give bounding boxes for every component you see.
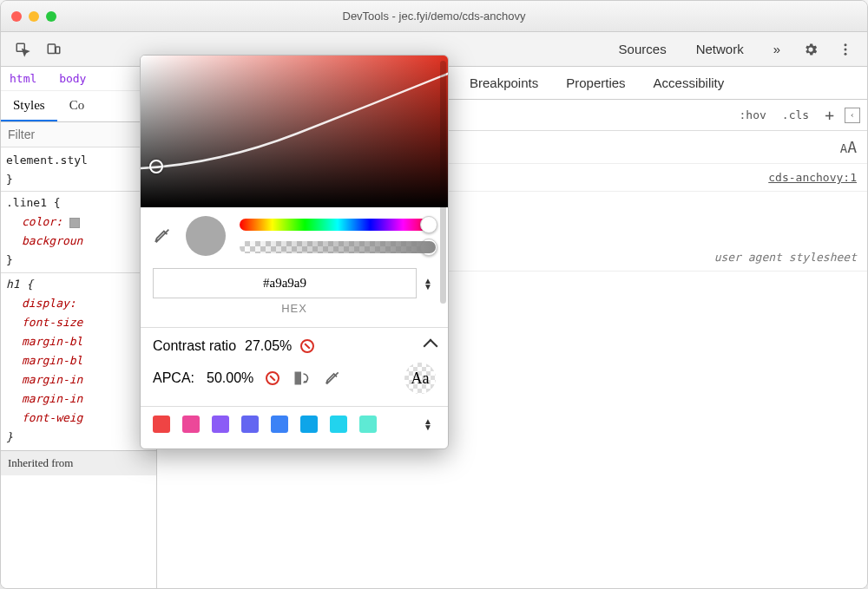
- svg-point-4: [845, 48, 847, 50]
- device-toolbar-icon[interactable]: [41, 36, 67, 62]
- saturation-cursor[interactable]: [149, 160, 163, 173]
- close-window-button[interactable]: [11, 11, 22, 22]
- palette-swatch[interactable]: [241, 416, 259, 433]
- subtab-computed-partial[interactable]: Co: [57, 91, 97, 121]
- apca-value: 50.00%: [207, 370, 253, 386]
- contrast-label: Contrast ratio: [153, 338, 236, 354]
- kebab-menu-icon[interactable]: [832, 36, 858, 62]
- maximize-window-button[interactable]: [46, 11, 56, 22]
- tab-properties[interactable]: Properties: [552, 67, 639, 99]
- chevron-up-icon[interactable]: [424, 339, 438, 354]
- tabs-overflow[interactable]: »: [761, 35, 792, 63]
- crumb-body[interactable]: body: [59, 72, 86, 85]
- prop-margin-block-1[interactable]: margin-bl: [6, 332, 151, 351]
- svg-point-5: [845, 52, 847, 55]
- font-size-icon[interactable]: AA: [840, 141, 857, 155]
- stylesheet-source-link[interactable]: cds-anchovy:1: [768, 171, 857, 184]
- rule-element-style[interactable]: element.styl: [6, 151, 151, 170]
- crumb-html[interactable]: html: [10, 72, 36, 85]
- prop-margin-inline-2[interactable]: margin-in: [6, 389, 151, 409]
- palette-swatch[interactable]: [153, 416, 170, 433]
- svg-rect-2: [56, 47, 60, 54]
- apca-label: APCA:: [153, 370, 194, 386]
- bg-eyedropper-icon[interactable]: [323, 369, 342, 388]
- color-format-label: HEX: [153, 302, 436, 315]
- hex-input[interactable]: [153, 268, 417, 298]
- palette-swatch[interactable]: [212, 416, 229, 433]
- hue-slider[interactable]: [240, 219, 436, 231]
- prop-margin-block-2[interactable]: margin-bl: [6, 351, 151, 370]
- svg-point-3: [845, 43, 847, 46]
- palette-spinner[interactable]: ▲▼: [424, 418, 436, 430]
- palette-swatch[interactable]: [300, 416, 318, 433]
- tab-breakpoints[interactable]: Breakpoints: [456, 67, 552, 99]
- prop-background[interactable]: backgroun: [6, 232, 151, 251]
- alpha-thumb[interactable]: [420, 239, 437, 256]
- ua-stylesheet-label: user agent stylesheet: [714, 251, 857, 264]
- contrast-ratio-row[interactable]: Contrast ratio 27.05%: [153, 328, 436, 357]
- new-rule-button[interactable]: +: [819, 102, 839, 128]
- elements-sidebar: html body Styles Co element.styl } .line…: [1, 67, 157, 589]
- breadcrumb[interactable]: html body: [1, 67, 156, 91]
- palette-swatch[interactable]: [359, 416, 377, 433]
- prop-font-weight[interactable]: font-weig: [6, 409, 151, 428]
- palette-swatch[interactable]: [182, 416, 200, 433]
- window-title: DevTools - jec.fyi/demo/cds-anchovy: [1, 10, 867, 23]
- subtab-styles[interactable]: Styles: [1, 91, 57, 121]
- fix-contrast-icon[interactable]: [292, 369, 311, 388]
- contrast-value: 27.05%: [245, 338, 292, 354]
- palette-row: ▲▼: [141, 406, 448, 440]
- apca-row: APCA: 50.00% Aa: [153, 357, 436, 402]
- hov-toggle[interactable]: :hov: [734, 105, 772, 125]
- settings-gear-icon[interactable]: [798, 36, 824, 62]
- palette-swatch[interactable]: [271, 416, 288, 433]
- contrast-fail-icon: [300, 339, 314, 353]
- prop-font-size[interactable]: font-size: [6, 313, 151, 332]
- styles-subtabs: Styles Co: [1, 91, 156, 122]
- inherited-from-label: Inherited from: [1, 450, 156, 475]
- tab-sources[interactable]: Sources: [607, 35, 679, 63]
- svg-rect-1: [48, 44, 55, 54]
- styles-filter-input[interactable]: [1, 122, 156, 147]
- current-color-swatch: [186, 216, 226, 256]
- sidebar-toggle-icon[interactable]: [845, 108, 860, 123]
- devtools-window: DevTools - jec.fyi/demo/cds-anchovy Sour…: [0, 0, 868, 589]
- traffic-lights: [11, 11, 56, 22]
- rule-line1[interactable]: .line1 {: [6, 193, 151, 213]
- hue-thumb[interactable]: [420, 216, 437, 233]
- prop-display[interactable]: display:: [6, 294, 151, 313]
- rule-h1[interactable]: h1 {: [6, 275, 151, 294]
- picker-scrollbar[interactable]: [440, 61, 446, 304]
- palette-swatch[interactable]: [330, 416, 347, 433]
- minimize-window-button[interactable]: [29, 11, 39, 22]
- apca-fail-icon: [266, 371, 279, 385]
- eyedropper-icon[interactable]: [153, 226, 172, 245]
- text-preview-chip[interactable]: Aa: [404, 363, 436, 394]
- saturation-lightness-field[interactable]: [141, 56, 448, 207]
- cls-toggle[interactable]: .cls: [777, 105, 814, 125]
- styles-rules: element.styl } .line1 { color: backgroun…: [1, 147, 156, 450]
- titlebar: DevTools - jec.fyi/demo/cds-anchovy: [1, 1, 867, 32]
- inspect-element-icon[interactable]: [10, 36, 36, 62]
- prop-color[interactable]: color:: [6, 213, 151, 232]
- color-swatch-icon[interactable]: [69, 218, 80, 228]
- format-spinner[interactable]: ▲▼: [424, 278, 436, 290]
- tab-accessibility[interactable]: Accessibility: [640, 67, 739, 99]
- tab-network[interactable]: Network: [684, 35, 756, 63]
- prop-margin-inline-1[interactable]: margin-in: [6, 370, 151, 389]
- color-picker-popover: ▲▼ HEX Contrast ratio 27.05% APCA: 50.00…: [140, 55, 449, 449]
- alpha-slider[interactable]: [240, 241, 436, 253]
